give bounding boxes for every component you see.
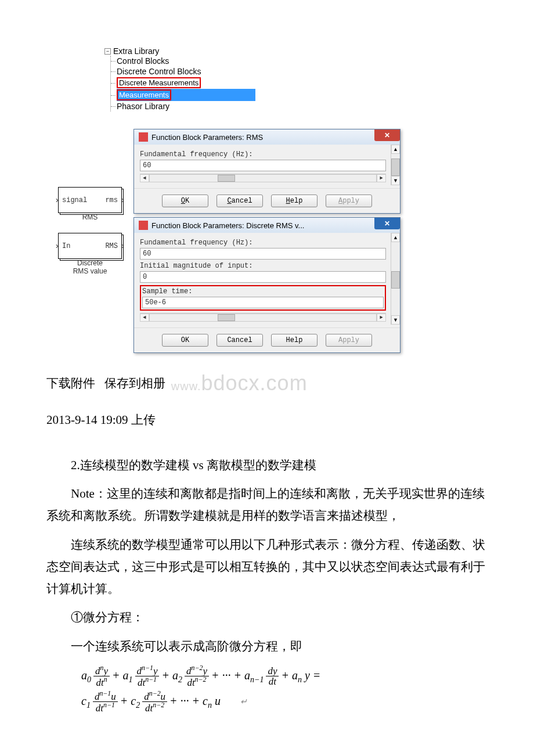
simulink-icon bbox=[139, 132, 148, 142]
dialog-rms-titlebar[interactable]: Function Block Parameters: RMS ✕ bbox=[134, 129, 400, 145]
scroll-right-icon[interactable]: ► bbox=[377, 314, 386, 322]
section-heading-2: 2.连续模型的数学建模 vs 离散模型的数学建模 bbox=[46, 455, 488, 477]
port-in-icon: › bbox=[55, 242, 59, 251]
diff-eq-label: ①微分方程： bbox=[46, 607, 488, 629]
scroll-left-icon[interactable]: ◄ bbox=[140, 314, 149, 322]
discrete-rms-block-group: › In RMS › Discrete RMS value bbox=[58, 233, 122, 275]
cancel-button[interactable]: Cancel bbox=[217, 195, 263, 207]
simulink-icon bbox=[139, 221, 148, 230]
freq-input[interactable]: 60 bbox=[140, 160, 386, 171]
rms-in-label: signal bbox=[62, 196, 87, 204]
download-attachment-link[interactable]: 下载附件 bbox=[46, 376, 95, 390]
discrete-rms-block[interactable]: › In RMS › bbox=[58, 233, 122, 259]
tree-item-label: Control Blocks bbox=[117, 56, 169, 66]
upload-timestamp: 2013-9-14 19:09 上传 bbox=[46, 409, 488, 431]
tree-item-discrete-measurements[interactable]: Discrete Measurements bbox=[117, 77, 255, 89]
vertical-scrollbar[interactable]: ▲ ▼ bbox=[391, 145, 400, 185]
dialog-drms-titlebar[interactable]: Function Block Parameters: Discrete RMS … bbox=[134, 218, 400, 233]
continuous-model-paragraph: 连续系统的数学模型通常可以用以下几种形式表示：微分方程、传递函数、状态空间表达式… bbox=[46, 534, 488, 600]
article-body: 下载附件 保存到相册 www.bdocx.com 2013-9-14 19:09… bbox=[0, 365, 534, 713]
line-break-mark-icon: ↵ bbox=[240, 694, 247, 709]
freq-label: Fundamental frequency (Hz): bbox=[140, 150, 386, 159]
tree-children: Control Blocks Discrete Control Blocks D… bbox=[110, 56, 255, 111]
port-in-icon: › bbox=[55, 196, 59, 205]
init-mag-label: Initial magnitude of input: bbox=[140, 262, 386, 270]
horizontal-scrollbar[interactable]: ◄ ► bbox=[140, 313, 386, 322]
help-button[interactable]: Help bbox=[271, 334, 317, 347]
freq-label: Fundamental frequency (Hz): bbox=[140, 239, 386, 247]
tree-item-discrete-control-blocks[interactable]: Discrete Control Blocks bbox=[117, 66, 255, 77]
tree-item-label: Discrete Measurements bbox=[117, 77, 201, 88]
port-out-icon: › bbox=[121, 196, 125, 205]
port-out-icon: › bbox=[121, 242, 125, 251]
apply-button[interactable]: Apply bbox=[326, 195, 372, 207]
dialog-drms-title: Function Block Parameters: Discrete RMS … bbox=[151, 221, 304, 230]
rms-block[interactable]: › signal rms › bbox=[58, 187, 122, 213]
drms-out-label: RMS bbox=[105, 242, 118, 250]
dialog-rms-title: Function Block Parameters: RMS bbox=[151, 133, 263, 142]
library-tree: − Extra Library Control Blocks Discrete … bbox=[104, 46, 255, 111]
note-paragraph: Note：这里的连续和离散都是指时间上的连续和离散，无关乎现实世界的连续系统和离… bbox=[46, 483, 488, 527]
sample-time-input[interactable]: 50e-6 bbox=[142, 297, 384, 308]
apply-button[interactable]: Apply bbox=[326, 334, 372, 347]
cancel-button[interactable]: Cancel bbox=[217, 334, 263, 347]
rms-block-label: RMS bbox=[58, 213, 122, 221]
watermark-text: www.bdocx.com bbox=[171, 365, 308, 402]
tree-item-measurements[interactable]: Measurements bbox=[117, 89, 255, 101]
scroll-thumb[interactable] bbox=[391, 271, 400, 289]
scroll-up-icon[interactable]: ▲ bbox=[391, 145, 400, 154]
collapse-icon[interactable]: − bbox=[104, 48, 111, 55]
scroll-down-icon[interactable]: ▼ bbox=[391, 176, 400, 185]
differential-equation: a0 dnydtn + a1 dn−1ydtn−1 + a2 dn−2ydtn−… bbox=[81, 665, 337, 713]
drms-in-label: In bbox=[62, 242, 70, 250]
tree-item-label: Measurements bbox=[117, 89, 171, 100]
tree-root-item[interactable]: − Extra Library bbox=[104, 46, 255, 56]
dialog-discrete-rms: Function Block Parameters: Discrete RMS … bbox=[134, 217, 400, 353]
scroll-left-icon[interactable]: ◄ bbox=[140, 174, 149, 182]
vertical-scrollbar[interactable]: ▲ ▼ bbox=[391, 233, 400, 325]
scroll-thumb[interactable] bbox=[218, 175, 235, 182]
sample-time-highlight: Sample time: 50e-6 bbox=[140, 285, 386, 311]
tree-item-phasor-library[interactable]: Phasor Library bbox=[117, 101, 255, 111]
rms-block-group: › signal rms › RMS bbox=[58, 187, 122, 221]
simulink-blocks-column: › signal rms › RMS › In RMS › Discrete R… bbox=[58, 187, 122, 275]
ok-button[interactable]: OK bbox=[162, 334, 208, 347]
save-to-album-link[interactable]: 保存到相册 bbox=[104, 376, 165, 390]
dialog-rms: Function Block Parameters: RMS ✕ ▲ ▼ Fun… bbox=[134, 129, 400, 214]
scroll-thumb[interactable] bbox=[391, 159, 400, 176]
scroll-down-icon[interactable]: ▼ bbox=[391, 315, 400, 325]
scroll-right-icon[interactable]: ► bbox=[377, 174, 386, 182]
tree-item-control-blocks[interactable]: Control Blocks bbox=[117, 56, 255, 66]
freq-input[interactable]: 60 bbox=[140, 248, 386, 260]
discrete-rms-block-label: Discrete RMS value bbox=[58, 259, 122, 275]
ok-button[interactable]: OK bbox=[162, 195, 208, 207]
sample-time-label: Sample time: bbox=[142, 287, 384, 296]
horizontal-scrollbar[interactable]: ◄ ► bbox=[140, 174, 386, 182]
close-icon[interactable]: ✕ bbox=[374, 129, 400, 141]
tree-item-label: Discrete Control Blocks bbox=[117, 67, 201, 76]
rms-out-label: rms bbox=[105, 196, 118, 204]
scroll-thumb[interactable] bbox=[218, 314, 235, 321]
diff-eq-intro: 一个连续系统可以表示成高阶微分方程，即 bbox=[46, 636, 488, 658]
init-mag-input[interactable]: 0 bbox=[140, 271, 386, 283]
scroll-up-icon[interactable]: ▲ bbox=[391, 233, 400, 242]
help-button[interactable]: Help bbox=[271, 195, 317, 207]
close-icon[interactable]: ✕ bbox=[374, 218, 400, 229]
tree-root-label: Extra Library bbox=[113, 46, 159, 56]
tree-item-label: Phasor Library bbox=[117, 102, 169, 111]
